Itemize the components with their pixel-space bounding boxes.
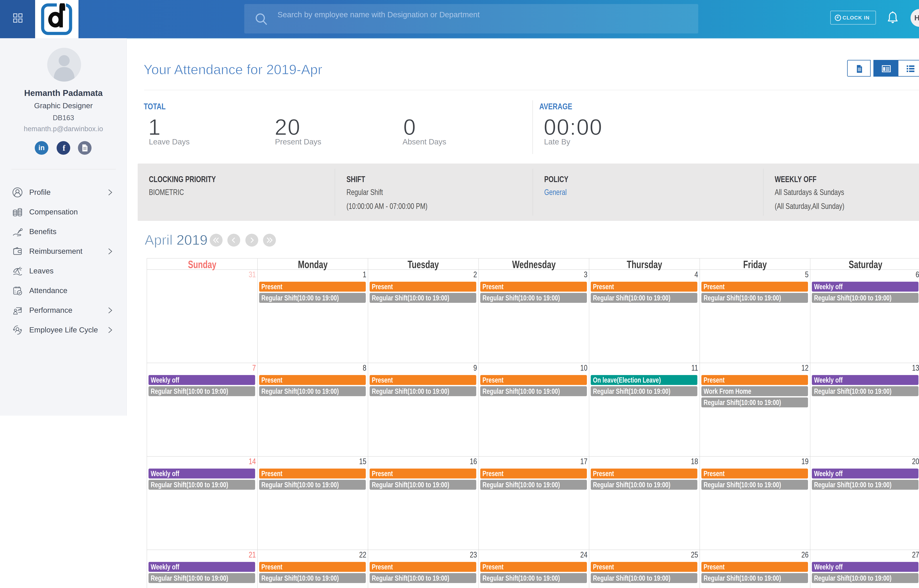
svg-text:in: in: [39, 144, 45, 152]
svg-text:f: f: [63, 144, 66, 152]
